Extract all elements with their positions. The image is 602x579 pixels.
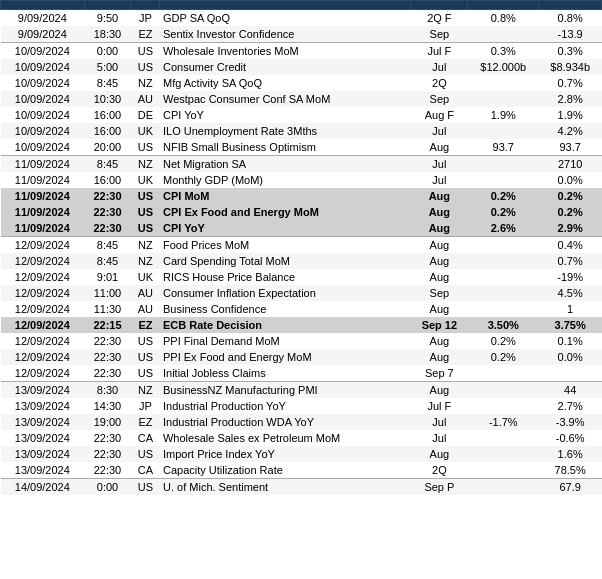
table-cell: 1.9% bbox=[468, 107, 539, 123]
table-cell: BusinessNZ Manufacturing PMI bbox=[160, 382, 411, 399]
table-cell: 3.50% bbox=[468, 317, 539, 333]
table-cell: Industrial Production WDA YoY bbox=[160, 414, 411, 430]
table-cell: 13/09/2024 bbox=[1, 462, 85, 479]
table-cell: 0.3% bbox=[539, 43, 602, 60]
table-cell: 13/09/2024 bbox=[1, 446, 85, 462]
table-cell: NZ bbox=[131, 75, 160, 91]
table-cell bbox=[468, 156, 539, 173]
table-cell: CPI YoY bbox=[160, 220, 411, 237]
table-cell: CA bbox=[131, 430, 160, 446]
table-cell: 0.1% bbox=[539, 333, 602, 349]
table-cell: 19:00 bbox=[84, 414, 131, 430]
table-cell: 0.2% bbox=[468, 188, 539, 204]
table-cell bbox=[468, 253, 539, 269]
table-cell: 16:00 bbox=[84, 123, 131, 139]
table-cell: Initial Jobless Claims bbox=[160, 365, 411, 382]
table-cell: PPI Ex Food and Energy MoM bbox=[160, 349, 411, 365]
table-cell: 0.7% bbox=[539, 75, 602, 91]
table-cell: NZ bbox=[131, 237, 160, 254]
table-cell: 0.2% bbox=[539, 188, 602, 204]
table-cell: 2Q F bbox=[411, 10, 468, 27]
table-cell: 2.9% bbox=[539, 220, 602, 237]
table-cell: Westpac Consumer Conf SA MoM bbox=[160, 91, 411, 107]
table-cell: Sep bbox=[411, 91, 468, 107]
table-cell: 8:45 bbox=[84, 253, 131, 269]
table-cell: GDP SA QoQ bbox=[160, 10, 411, 27]
table-cell: RICS House Price Balance bbox=[160, 269, 411, 285]
table-cell: 5:00 bbox=[84, 59, 131, 75]
table-cell: 1.6% bbox=[539, 446, 602, 462]
table-cell bbox=[468, 430, 539, 446]
header-period bbox=[411, 1, 468, 10]
table-cell: 44 bbox=[539, 382, 602, 399]
table-cell: Aug bbox=[411, 139, 468, 156]
table-cell: UK bbox=[131, 269, 160, 285]
table-cell: UK bbox=[131, 123, 160, 139]
table-cell: EZ bbox=[131, 317, 160, 333]
table-cell: 11/09/2024 bbox=[1, 172, 85, 188]
table-cell: 12/09/2024 bbox=[1, 285, 85, 301]
table-cell: Sep 7 bbox=[411, 365, 468, 382]
table-cell: 9:01 bbox=[84, 269, 131, 285]
table-cell: Business Confidence bbox=[160, 301, 411, 317]
table-cell: NZ bbox=[131, 253, 160, 269]
table-cell: US bbox=[131, 349, 160, 365]
table-cell: 0:00 bbox=[84, 43, 131, 60]
table-cell: Jul bbox=[411, 123, 468, 139]
table-cell: 10/09/2024 bbox=[1, 139, 85, 156]
table-cell: 0.0% bbox=[539, 172, 602, 188]
table-cell: 12/09/2024 bbox=[1, 349, 85, 365]
table-cell: Jul bbox=[411, 172, 468, 188]
table-cell: 12/09/2024 bbox=[1, 237, 85, 254]
table-cell: Jul bbox=[411, 156, 468, 173]
table-cell: 10/09/2024 bbox=[1, 59, 85, 75]
table-cell: -1.7% bbox=[468, 414, 539, 430]
table-cell: US bbox=[131, 139, 160, 156]
table-cell: Capacity Utilization Rate bbox=[160, 462, 411, 479]
table-cell: 9:50 bbox=[84, 10, 131, 27]
table-cell: PPI Final Demand MoM bbox=[160, 333, 411, 349]
table-cell bbox=[468, 382, 539, 399]
table-cell: DE bbox=[131, 107, 160, 123]
table-cell: -13.9 bbox=[539, 26, 602, 43]
table-cell: 0.2% bbox=[468, 349, 539, 365]
table-cell: 10/09/2024 bbox=[1, 123, 85, 139]
table-cell: 13/09/2024 bbox=[1, 414, 85, 430]
table-cell: 2.8% bbox=[539, 91, 602, 107]
table-cell: 1.9% bbox=[539, 107, 602, 123]
table-cell: $8.934b bbox=[539, 59, 602, 75]
table-cell bbox=[468, 91, 539, 107]
table-cell: US bbox=[131, 204, 160, 220]
table-cell: Import Price Index YoY bbox=[160, 446, 411, 462]
economic-calendar-table: 9/09/20249:50JPGDP SA QoQ2Q F0.8%0.8%9/0… bbox=[0, 0, 602, 495]
table-cell: Jul bbox=[411, 59, 468, 75]
table-cell: Sep 12 bbox=[411, 317, 468, 333]
table-cell: -3.9% bbox=[539, 414, 602, 430]
table-cell: 22:30 bbox=[84, 188, 131, 204]
table-cell: 0.2% bbox=[468, 204, 539, 220]
table-cell: NZ bbox=[131, 156, 160, 173]
table-cell: US bbox=[131, 446, 160, 462]
table-cell: 2.7% bbox=[539, 398, 602, 414]
table-cell: Wholesale Inventories MoM bbox=[160, 43, 411, 60]
table-cell: US bbox=[131, 365, 160, 382]
table-cell: JP bbox=[131, 10, 160, 27]
table-cell: 12/09/2024 bbox=[1, 269, 85, 285]
table-cell: Jul F bbox=[411, 43, 468, 60]
table-cell: 16:00 bbox=[84, 172, 131, 188]
table-cell: US bbox=[131, 220, 160, 237]
table-cell: 11:30 bbox=[84, 301, 131, 317]
table-cell: 22:30 bbox=[84, 333, 131, 349]
table-cell: 2.6% bbox=[468, 220, 539, 237]
table-cell: 9/09/2024 bbox=[1, 26, 85, 43]
table-cell: Aug bbox=[411, 237, 468, 254]
table-cell: NZ bbox=[131, 382, 160, 399]
table-cell: 3.75% bbox=[539, 317, 602, 333]
table-cell: Mfg Activity SA QoQ bbox=[160, 75, 411, 91]
table-cell: 0.4% bbox=[539, 237, 602, 254]
table-cell: US bbox=[131, 188, 160, 204]
table-cell: 18:30 bbox=[84, 26, 131, 43]
table-cell: 11/09/2024 bbox=[1, 220, 85, 237]
table-cell: 22:30 bbox=[84, 462, 131, 479]
table-cell: 0.0% bbox=[539, 349, 602, 365]
